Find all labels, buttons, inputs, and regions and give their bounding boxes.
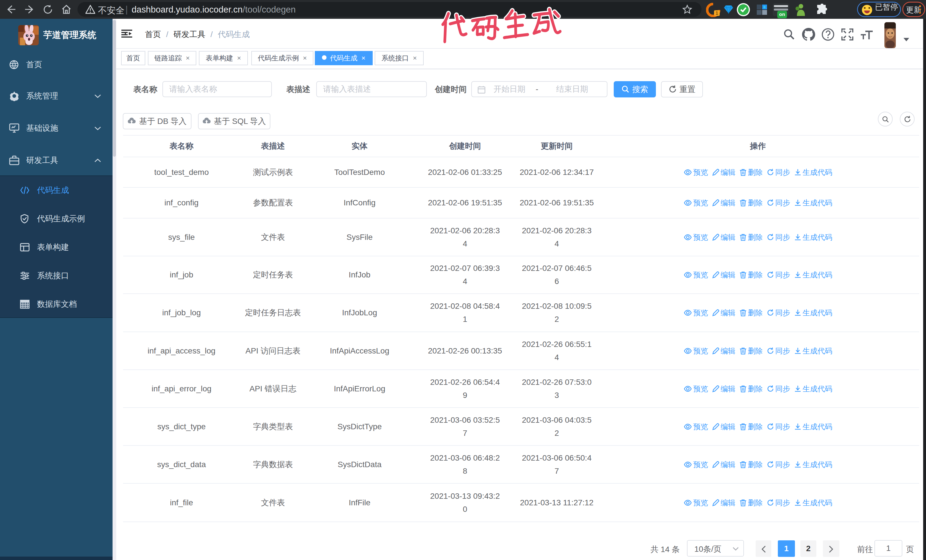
svg-text:1: 1 [716,11,718,16]
